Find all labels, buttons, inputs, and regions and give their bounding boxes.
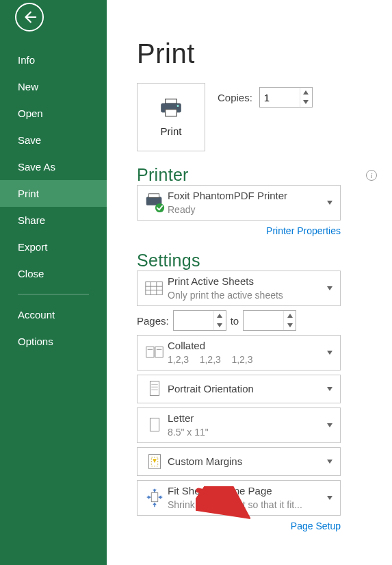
back-button[interactable] (15, 3, 44, 32)
printer-dropdown[interactable]: Foxit PhantomPDF Printer Ready (137, 185, 341, 221)
collate-sub: 1,2,3 1,2,3 1,2,3 (168, 353, 325, 366)
pages-to-up[interactable] (284, 311, 296, 321)
pages-to-label: to (231, 315, 239, 327)
svg-marker-19 (287, 323, 293, 327)
arrow-left-icon (22, 10, 37, 25)
svg-marker-29 (327, 387, 332, 391)
svg-marker-4 (303, 90, 309, 95)
printer-status: Ready (168, 203, 325, 216)
sidebar-item-account[interactable]: Account (0, 301, 107, 328)
svg-marker-18 (287, 314, 293, 318)
printer-heading: Printer (137, 165, 189, 185)
svg-rect-21 (155, 347, 163, 357)
copies-step-down[interactable] (300, 97, 312, 107)
svg-marker-40 (159, 495, 161, 499)
svg-marker-5 (303, 100, 309, 104)
fit-page-icon (142, 487, 168, 509)
pages-to-input[interactable] (244, 311, 283, 330)
copies-label: Copies: (218, 92, 252, 103)
svg-rect-2 (166, 109, 177, 116)
printer-properties-link[interactable]: Printer Properties (266, 225, 341, 236)
scaling-dropdown[interactable]: Fit Sheet on One Page Shrink the printou… (137, 480, 341, 516)
printer-icon (159, 98, 183, 118)
sidebar-item-open[interactable]: Open (0, 100, 107, 127)
copies-step-up[interactable] (300, 88, 312, 97)
sidebar-item-print[interactable]: Print (0, 180, 107, 207)
svg-rect-25 (150, 381, 159, 396)
sidebar-item-new[interactable]: New (0, 73, 107, 100)
pages-label: Pages: (137, 315, 169, 327)
chevron-down-icon (325, 387, 335, 391)
sidebar-list: Info New Open Save Save As Print Share E… (0, 47, 107, 355)
svg-rect-20 (146, 347, 154, 357)
chevron-down-icon (325, 201, 335, 205)
portrait-icon (142, 378, 168, 400)
svg-point-3 (177, 105, 179, 107)
pages-from-spinner[interactable] (173, 310, 226, 331)
orientation-title: Portrait Orientation (168, 382, 325, 396)
settings-heading: Settings (137, 251, 380, 271)
sidebar-separator (18, 294, 89, 294)
sheets-icon (142, 277, 168, 299)
chevron-down-icon (325, 460, 335, 464)
svg-marker-35 (327, 460, 332, 464)
sidebar-item-options[interactable]: Options (0, 328, 107, 355)
svg-rect-7 (149, 194, 159, 198)
pages-from-down[interactable] (214, 321, 226, 330)
margins-icon (142, 451, 168, 473)
svg-marker-31 (327, 423, 332, 427)
chevron-down-icon (325, 423, 335, 427)
collate-icon (142, 342, 168, 364)
print-what-title: Print Active Sheets (168, 275, 325, 288)
svg-marker-15 (327, 286, 332, 290)
pages-from-input[interactable] (174, 311, 213, 330)
chevron-down-icon (325, 496, 335, 500)
sidebar-item-close[interactable]: Close (0, 260, 107, 287)
svg-rect-0 (166, 99, 177, 103)
pages-to-down[interactable] (284, 321, 296, 330)
svg-rect-36 (151, 492, 157, 501)
copies-spinner[interactable] (259, 87, 313, 108)
collate-title: Collated (168, 339, 325, 353)
printer-status-icon (142, 192, 168, 214)
margins-dropdown[interactable]: Custom Margins (137, 447, 341, 476)
sidebar-item-save[interactable]: Save (0, 127, 107, 153)
copies-input[interactable] (260, 88, 300, 107)
sidebar-item-export[interactable]: Export (0, 234, 107, 260)
chevron-down-icon (325, 286, 335, 290)
printer-name: Foxit PhantomPDF Printer (168, 189, 325, 203)
pages-from-up[interactable] (214, 311, 226, 321)
svg-marker-37 (153, 490, 157, 492)
printer-info-icon[interactable]: i (366, 170, 377, 181)
print-panel: Print Print Copies: (107, 0, 392, 565)
orientation-dropdown[interactable]: Portrait Orientation (137, 375, 341, 403)
svg-marker-24 (327, 351, 332, 355)
svg-marker-16 (217, 314, 222, 318)
svg-marker-39 (148, 495, 151, 499)
svg-rect-10 (146, 282, 162, 295)
svg-marker-9 (327, 201, 332, 205)
svg-marker-41 (327, 496, 332, 500)
print-button[interactable]: Print (137, 83, 205, 151)
sidebar-item-share[interactable]: Share (0, 207, 107, 234)
print-what-sub: Only print the active sheets (168, 289, 325, 302)
page-title: Print (137, 38, 380, 69)
page-setup-link[interactable]: Page Setup (291, 520, 341, 531)
svg-rect-30 (150, 418, 159, 431)
print-what-dropdown[interactable]: Print Active Sheets Only print the activ… (137, 271, 341, 306)
sidebar-item-info[interactable]: Info (0, 47, 107, 73)
paper-title: Letter (168, 412, 325, 425)
chevron-down-icon (325, 351, 335, 355)
print-button-label: Print (161, 125, 182, 137)
pages-to-spinner[interactable] (243, 310, 296, 331)
svg-marker-17 (217, 323, 222, 327)
backstage-sidebar: Info New Open Save Save As Print Share E… (0, 0, 107, 565)
sidebar-item-save-as[interactable]: Save As (0, 153, 107, 180)
paper-size-dropdown[interactable]: Letter 8.5" x 11" (137, 407, 341, 443)
page-icon (142, 414, 168, 436)
paper-sub: 8.5" x 11" (168, 426, 325, 439)
collate-dropdown[interactable]: Collated 1,2,3 1,2,3 1,2,3 (137, 335, 341, 371)
svg-marker-38 (153, 503, 157, 505)
scaling-sub: Shrink the printout so that it fit... (168, 499, 325, 512)
scaling-title: Fit Sheet on One Page (168, 484, 325, 498)
